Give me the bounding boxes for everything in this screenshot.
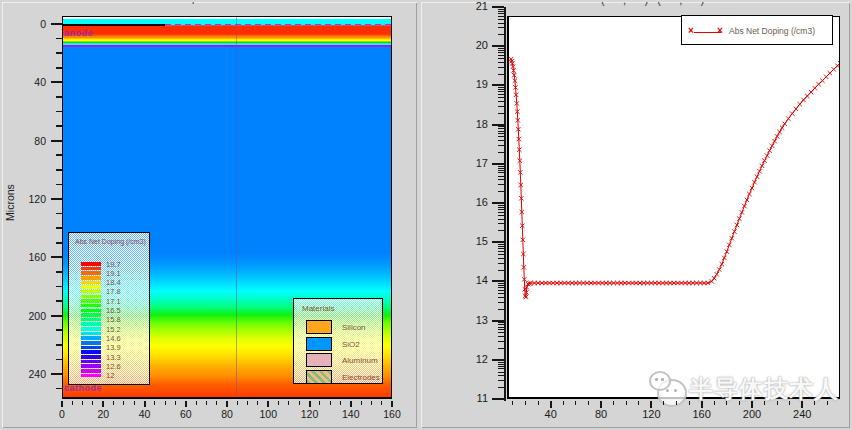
doping-colorbar-legend[interactable]: Abs Net Doping (/cm3) 19.719.118.417.817… — [68, 232, 150, 385]
y-log-minor-tick — [498, 293, 504, 294]
y-major-tick — [492, 163, 504, 165]
y-log-minor-tick — [498, 97, 504, 98]
x-minor-tick — [154, 401, 155, 405]
y-major-tick — [492, 124, 504, 126]
y-minor-tick — [56, 111, 62, 113]
x-major-tick — [751, 401, 753, 408]
colorbar-step — [81, 369, 101, 373]
y-log-minor-tick — [498, 329, 504, 330]
x-major-tick — [550, 401, 552, 408]
y-log-minor-tick — [498, 131, 504, 132]
x-major-tick — [226, 401, 228, 407]
y-log-minor-tick — [498, 207, 504, 208]
y-log-minor-tick — [498, 348, 504, 349]
x-tick-label: 240 — [786, 408, 818, 420]
colorbar-value: 17.8 — [106, 287, 121, 296]
y-tick-label: 16 — [464, 196, 488, 208]
y-log-minor-tick — [498, 94, 504, 95]
y-minor-tick — [56, 388, 62, 390]
y-minor-tick — [56, 38, 62, 40]
y-log-minor-tick — [498, 152, 504, 153]
y-log-minor-tick — [498, 52, 504, 53]
y-tick-label: 120 — [16, 193, 46, 205]
y-log-minor-tick — [498, 191, 504, 192]
doping-heatmap-canvas[interactable]: anode cathode Abs Net Doping (/cm3) 19.7… — [62, 16, 392, 399]
y-log-minor-tick — [498, 230, 504, 231]
series-legend[interactable]: × × Abs Net Doping (/cm3) — [681, 15, 833, 45]
doping-profile-chart-canvas[interactable] — [507, 16, 840, 399]
x-minor-tick — [319, 401, 320, 405]
y-log-minor-tick — [498, 368, 504, 369]
y-tick-label: 20 — [464, 39, 488, 51]
x-major-tick — [801, 401, 803, 408]
x-minor-tick — [165, 401, 166, 405]
y-major-tick — [51, 23, 62, 25]
colorbar-step — [81, 332, 101, 336]
y-major-tick — [492, 398, 504, 400]
y-log-minor-tick — [498, 309, 504, 310]
y-tick-label: 21 — [464, 0, 488, 12]
x-tick-label: 100 — [253, 408, 283, 420]
legend-series-label: Abs Net Doping (/cm3) — [729, 26, 815, 36]
y-log-minor-tick — [498, 380, 504, 381]
y-log-minor-tick — [498, 322, 504, 323]
y-tick-label: 200 — [16, 310, 46, 322]
materials-legend[interactable]: Materials SiliconSiO2AluminumElectrodes — [293, 298, 383, 384]
y-log-minor-tick — [498, 106, 504, 107]
y-log-minor-tick — [498, 136, 504, 137]
y-log-minor-tick — [498, 270, 504, 271]
x-minor-tick — [92, 401, 93, 405]
y-tick-label: 12 — [464, 353, 488, 365]
y-tick-label: 11 — [464, 392, 488, 404]
y-log-minor-tick — [498, 332, 504, 333]
cutline-marker[interactable] — [236, 17, 237, 397]
silicon-swatch — [306, 320, 332, 334]
y-log-minor-tick — [498, 166, 504, 167]
x-minor-tick — [247, 401, 248, 405]
y-major-tick — [51, 315, 62, 317]
x-minor-tick — [814, 401, 815, 405]
x-minor-tick — [538, 401, 539, 405]
y-log-minor-tick — [498, 23, 504, 24]
y-log-minor-tick — [498, 87, 504, 88]
y-log-minor-tick — [498, 19, 504, 20]
colorbar-step — [81, 341, 101, 345]
y-log-minor-tick — [498, 179, 504, 180]
y-log-minor-tick — [498, 184, 504, 185]
colorbar-step — [81, 299, 101, 303]
x-minor-tick — [196, 401, 197, 405]
x-minor-tick — [739, 401, 740, 405]
y-log-minor-tick — [498, 215, 504, 216]
colorbar-step — [81, 322, 101, 326]
colorbar-step — [81, 313, 101, 317]
colorbar-step — [81, 290, 101, 294]
y-major-tick — [51, 140, 62, 142]
x-minor-tick — [340, 401, 341, 405]
left-2d-structure-panel[interactable]: p Microns anode cathode Abs Net Doping (… — [2, 2, 417, 428]
x-tick-label: 200 — [736, 408, 768, 420]
colorbar-step — [81, 327, 101, 331]
right-1d-doping-panel[interactable]: ( , ) ( , ) × × Abs Net Doping (/cm3) 半导… — [421, 2, 850, 428]
y-log-minor-tick — [498, 170, 504, 171]
x-minor-tick — [714, 401, 715, 405]
electrodes-swatch — [306, 370, 332, 384]
x-minor-tick — [638, 401, 639, 405]
y-log-minor-tick — [498, 27, 504, 28]
y-tick-label: 240 — [16, 368, 46, 380]
y-log-minor-tick — [498, 16, 504, 17]
x-minor-tick — [134, 401, 135, 405]
y-major-tick — [492, 202, 504, 204]
x-minor-tick — [613, 401, 614, 405]
y-log-minor-tick — [498, 55, 504, 56]
y-log-minor-tick — [498, 89, 504, 90]
tonyplot-window: { "window": {"bg_color": "#d5d5d5", "acc… — [0, 0, 852, 430]
y-log-minor-tick — [498, 287, 504, 288]
y-log-minor-tick — [498, 362, 504, 363]
colorbar-step — [81, 374, 101, 378]
x-minor-tick — [726, 401, 727, 405]
colorbar-value: 13.3 — [106, 353, 121, 362]
x-minor-tick — [381, 401, 382, 405]
y-log-minor-tick — [498, 9, 504, 10]
y-log-minor-tick — [498, 324, 504, 325]
colorbar-step — [81, 318, 101, 322]
